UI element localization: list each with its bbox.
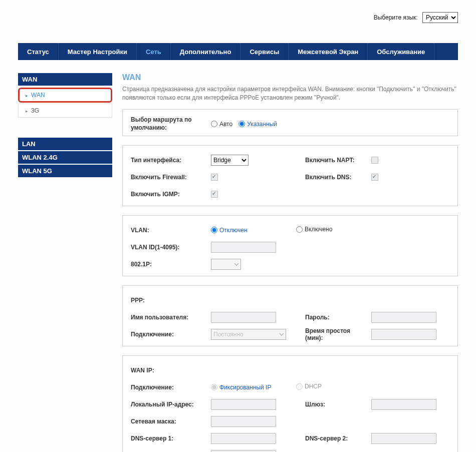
sidebar-item-label: WAN [31,92,45,99]
wanip-dhcp60-input [211,450,276,452]
panel-ppp: PPP: Имя пользователя: Пароль: Подключен… [122,285,458,346]
vlan-off-radio[interactable] [211,227,217,233]
ppp-user-input [211,312,276,323]
ppp-idle-label: Время простоя (мин): [296,327,371,341]
route-auto-radio[interactable] [211,121,217,127]
panel-vlan: VLAN: Отключен Включено VLAN ID(1-4095): [122,215,458,276]
wanip-conn-label: Подключение: [131,384,211,391]
sidebar-group-lan[interactable]: LAN [18,138,112,151]
vlan-on-option[interactable]: Включено [296,226,332,233]
vlan-on-radio[interactable] [296,226,303,233]
ppp-idle-input [371,329,436,340]
vlan-label: VLAN: [131,227,211,234]
wanip-fixed-option: Фиксированный IP [211,384,271,391]
wanip-dns2-input [371,433,436,444]
tab-maintenance[interactable]: Обслуживание [368,43,434,60]
wanip-dhcp-option: DHCP [296,383,322,390]
wanip-mask-input [211,416,276,427]
sidebar-item-3g[interactable]: 3G [18,104,112,118]
ppp-pass-input [371,312,436,323]
vlan-id-input [211,242,276,253]
igmp-label: Включить IGMP: [131,191,211,198]
dns-label: Включить DNS: [296,174,371,181]
iface-type-label: Тип интерфейса: [131,157,211,164]
igmp-checkbox [211,191,218,198]
tab-network[interactable]: Сеть [137,43,171,60]
panel-wanip: WAN IP: Подключение: Фиксированный IP DH… [122,355,458,452]
language-bar: Выберите язык: Русский [18,12,458,23]
top-nav: Статус Мастер Настройки Сеть Дополнитель… [18,43,458,60]
wanip-header: WAN IP: [131,367,211,374]
sidebar-item-label: 3G [31,107,39,114]
dns-checkbox [371,174,378,181]
wanip-local-input [211,399,276,410]
firewall-label: Включить Firewall: [131,174,211,181]
sidebar-group-wan[interactable]: WAN [18,73,112,87]
p8021-select [211,259,241,270]
ppp-user-label: Имя пользователя: [131,314,211,321]
ppp-conn-label: Подключение: [131,331,211,338]
language-select[interactable]: Русский [422,12,458,23]
wanip-fixed-radio [211,384,217,390]
sidebar-group-wlan5[interactable]: WLAN 5G [18,165,112,178]
iface-type-select[interactable]: Bridge [211,155,249,166]
language-label: Выберите язык: [374,14,418,21]
route-specified-radio[interactable] [239,121,245,127]
napt-label: Включить NAPT: [296,157,371,164]
wanip-local-label: Локальный IP-адрес: [131,401,211,408]
p8021-label: 802.1P: [131,261,211,268]
tab-advanced[interactable]: Дополнительно [171,43,241,60]
ppp-pass-label: Пароль: [296,314,371,321]
wanip-dns2-label: DNS-сервер 2: [296,435,371,442]
tab-services[interactable]: Сервисы [241,43,289,60]
wanip-dns1-label: DNS-сервер 1: [131,435,211,442]
wanip-gw-input [371,399,436,410]
route-specified-option[interactable]: Указанный [239,121,277,128]
wanip-mask-label: Сетевая маска: [131,418,211,425]
main-content: WAN Страница предназначена для настройки… [122,73,458,452]
vlan-off-option[interactable]: Отключен [211,227,248,234]
page-description: Страница предназначена для настройки пар… [122,85,458,102]
sidebar-group-wlan24[interactable]: WLAN 2.4G [18,151,112,165]
panel-default-route: Выбор маршрута по умолчанию: Авто Указан… [122,109,458,136]
tab-status[interactable]: Статус [18,43,59,60]
vlan-id-label: VLAN ID(1-4095): [131,244,211,251]
wanip-dhcp-radio [296,383,303,390]
napt-checkbox [371,157,378,164]
sidebar-item-wan[interactable]: WAN [18,88,112,103]
ppp-label: PPP: [131,297,211,304]
tab-wizard[interactable]: Мастер Настройки [59,43,137,60]
ppp-conn-select: Постоянно [211,329,286,340]
sidebar: WAN WAN 3G LAN WLAN 2.4G WLAN 5G [18,73,112,452]
tab-firewall[interactable]: Межсетевой Экран [289,43,368,60]
wanip-dns1-input [211,433,276,444]
firewall-checkbox [211,174,218,181]
wanip-gw-label: Шлюз: [296,401,371,408]
panel-interface: Тип интерфейса: Bridge Включить NAPT: Вк… [122,145,458,206]
default-route-label: Выбор маршрута по умолчанию: [131,116,211,132]
route-auto-option[interactable]: Авто [211,121,232,128]
page-title: WAN [122,73,458,82]
